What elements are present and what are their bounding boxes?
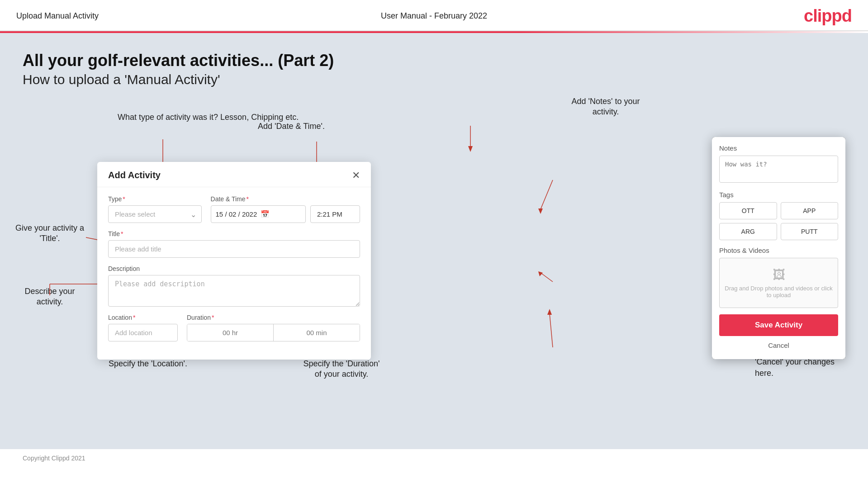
top-bar: Upload Manual Activity User Manual - Feb… [0,0,868,31]
duration-group [187,324,360,341]
tag-arg[interactable]: ARG [719,223,777,240]
notes-label: Notes [719,144,838,152]
svg-line-21 [541,273,553,282]
form-row-location-duration: Location* Duration* [108,314,360,341]
location-label: Location* [108,314,178,321]
location-input[interactable] [108,324,178,341]
copyright: Copyright Clippd 2021 [23,455,85,462]
annotation-give-title: Give your activity a'Title'. [14,223,86,244]
page-label: Upload Manual Activity [16,11,99,21]
duration-min-input[interactable] [274,324,360,341]
title-light: How to upload a 'Manual Activity' [23,72,845,87]
photos-upload-text: Drag and Drop photos and videos or click… [725,285,832,298]
title-bold: All your golf-relevant activities... (Pa… [23,51,845,70]
description-label: Description [108,265,360,272]
type-label: Type* [108,195,202,203]
notes-textarea[interactable] [719,156,838,183]
annotation-notes: Add 'Notes' to youractivity. [556,96,655,118]
page-title: All your golf-relevant activities... (Pa… [23,51,845,87]
tags-label: Tags [719,191,838,199]
svg-marker-24 [547,309,552,315]
svg-marker-22 [538,271,543,276]
svg-line-23 [550,313,553,347]
footer: Copyright Clippd 2021 [0,449,868,467]
cancel-button[interactable]: Cancel [719,341,838,352]
add-activity-modal: Add Activity ✕ Type* Please select ⌄ [97,162,371,360]
form-group-description: Description [108,265,360,307]
form-group-title: Title* [108,230,360,258]
date-value: 15 / 02 / 2022 [216,210,257,218]
phone-panel: Notes Tags OTT APP ARG PUTT Photos & Vid… [712,137,845,359]
time-input[interactable]: 2:21 PM [310,205,360,223]
duration-label: Duration* [187,314,360,321]
photos-label: Photos & Videos [719,246,838,254]
datetime-label: Date & Time* [211,195,360,203]
time-value: 2:21 PM [317,210,342,218]
main-content: All your golf-relevant activities... (Pa… [0,33,868,449]
form-row-description: Description [108,265,360,307]
type-select-wrapper: Please select ⌄ [108,205,202,223]
annotation-describe: Describe youractivity. [14,286,86,308]
form-group-type: Type* Please select ⌄ [108,195,202,223]
tag-putt[interactable]: PUTT [781,223,839,240]
title-input[interactable] [108,240,360,258]
annotation-date-time: Add 'Date & Time'. [258,121,325,132]
svg-marker-18 [468,146,473,152]
save-activity-button[interactable]: Save Activity [719,314,838,336]
type-select[interactable]: Please select [108,205,202,223]
modal-body: Type* Please select ⌄ Date & Time* [97,187,371,360]
datetime-group: 15 / 02 / 2022 📅 2:21 PM [211,205,360,223]
date-input[interactable]: 15 / 02 / 2022 📅 [211,205,306,223]
svg-line-19 [541,180,553,209]
form-group-duration: Duration* [187,314,360,341]
duration-hr-input[interactable] [187,324,274,341]
form-row-type-date: Type* Please select ⌄ Date & Time* [108,195,360,223]
calendar-icon: 📅 [261,210,270,218]
photos-upload-area[interactable]: 🖼 Drag and Drop photos and videos or cli… [719,258,838,308]
modal-header: Add Activity ✕ [97,162,371,187]
form-row-title: Title* [108,230,360,258]
phone-inner: Notes Tags OTT APP ARG PUTT Photos & Vid… [712,137,845,359]
form-group-datetime: Date & Time* 15 / 02 / 2022 📅 2:21 PM [211,195,360,223]
annotation-duration: Specify the 'Duration'of your activity. [292,359,391,380]
svg-marker-20 [538,208,543,214]
tags-grid: OTT APP ARG PUTT [719,202,838,240]
form-group-location: Location* [108,314,178,341]
tag-ott[interactable]: OTT [719,202,777,219]
description-textarea[interactable] [108,275,360,307]
manual-label: User Manual - February 2022 [381,11,487,21]
tag-app[interactable]: APP [781,202,839,219]
modal-close-button[interactable]: ✕ [352,171,360,180]
photo-icon: 🖼 [724,267,833,282]
modal-title: Add Activity [108,170,161,180]
title-label: Title* [108,230,360,237]
logo: clippd [804,6,852,26]
annotation-location: Specify the 'Location'. [109,359,187,369]
